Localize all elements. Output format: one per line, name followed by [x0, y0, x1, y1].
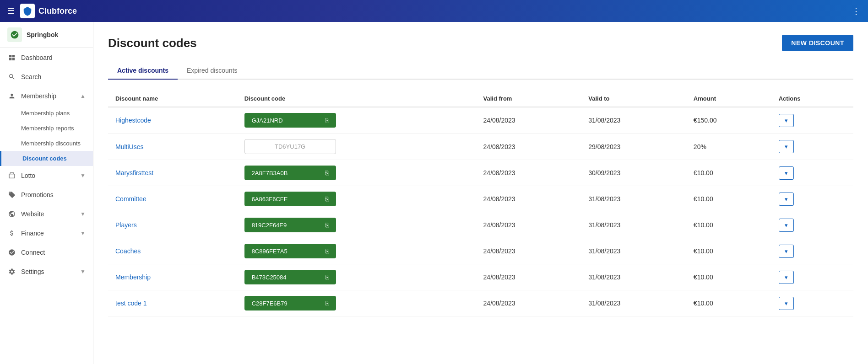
gear-icon: [7, 267, 16, 276]
sidebar-item-search[interactable]: Search: [0, 67, 93, 86]
code-badge: 8C896FE7A5⎘: [244, 244, 336, 258]
discount-name-link[interactable]: Players: [115, 221, 137, 229]
sidebar-item-settings[interactable]: Settings ▼: [0, 262, 93, 281]
org-name: Springbok: [27, 31, 58, 38]
copy-icon[interactable]: ⎘: [325, 273, 329, 281]
sidebar-item-promotions-label: Promotions: [21, 191, 54, 198]
col-discount-code: Discount code: [237, 91, 476, 107]
discount-name-link[interactable]: test code 1: [115, 300, 147, 307]
tab-expired-discounts[interactable]: Expired discounts: [178, 62, 247, 80]
sidebar-item-promotions[interactable]: Promotions: [0, 185, 93, 204]
row-action-button[interactable]: ▾: [779, 193, 794, 206]
code-badge: B473C25084⎘: [244, 270, 336, 284]
amount: €10.00: [686, 160, 771, 186]
sidebar-sub-membership-plans[interactable]: Membership plans: [0, 106, 93, 121]
more-options-icon[interactable]: ⋮: [852, 5, 861, 16]
page-header: Discount codes NEW DISCOUNT: [108, 35, 853, 51]
copy-icon[interactable]: ⎘: [325, 221, 329, 229]
valid-from: 24/08/2023: [476, 134, 581, 160]
valid-to: 31/08/2023: [581, 186, 686, 212]
globe-icon: [7, 209, 16, 219]
table-row: Marysfirsttest2A8F7B3A0B⎘24/08/202330/09…: [108, 160, 853, 186]
person-icon: [7, 91, 16, 101]
copy-icon[interactable]: ⎘: [325, 169, 329, 177]
page-title: Discount codes: [108, 36, 197, 50]
sidebar-item-connect-label: Connect: [21, 249, 45, 256]
main-content: Discount codes NEW DISCOUNT Active disco…: [93, 22, 868, 364]
search-icon: [7, 72, 16, 81]
table-body: HighestcodeGJA21NRD⎘24/08/202331/08/2023…: [108, 107, 853, 316]
table-row: test code 1C28F7E6B79⎘24/08/202331/08/20…: [108, 290, 853, 316]
sidebar-item-connect[interactable]: Connect: [0, 243, 93, 262]
discount-name-link[interactable]: MultiUses: [115, 143, 143, 150]
valid-from: 24/08/2023: [476, 264, 581, 290]
code-badge: GJA21NRD⎘: [244, 113, 336, 128]
valid-to: 31/08/2023: [581, 238, 686, 264]
table-row: Committee6A863F6CFE⎘24/08/202331/08/2023…: [108, 186, 853, 212]
code-badge: 6A863F6CFE⎘: [244, 192, 336, 206]
sidebar-sub-membership-reports[interactable]: Membership reports: [0, 121, 93, 136]
sidebar-item-membership[interactable]: Membership ▲: [0, 86, 93, 106]
discount-table: Discount name Discount code Valid from V…: [108, 91, 853, 316]
tab-bar: Active discounts Expired discounts: [108, 62, 853, 80]
valid-to: 31/08/2023: [581, 212, 686, 238]
valid-to: 30/09/2023: [581, 160, 686, 186]
sidebar-sub-membership-discounts-label: Membership discounts: [21, 140, 81, 147]
code-text: GJA21NRD: [252, 117, 283, 124]
copy-icon[interactable]: ⎘: [325, 300, 329, 307]
sidebar-item-dashboard[interactable]: Dashboard: [0, 48, 93, 67]
copy-icon[interactable]: ⎘: [325, 247, 329, 255]
sidebar: Springbok Dashboard Search Membership ▲ …: [0, 22, 93, 364]
new-discount-button[interactable]: NEW DISCOUNT: [782, 35, 853, 51]
sidebar-item-finance[interactable]: Finance ▼: [0, 224, 93, 243]
discount-name-link[interactable]: Coaches: [115, 247, 141, 255]
row-action-button[interactable]: ▾: [779, 297, 794, 310]
code-text: 819C2F64E9: [252, 222, 287, 229]
sidebar-item-settings-label: Settings: [21, 268, 44, 275]
row-action-button[interactable]: ▾: [779, 140, 794, 153]
sidebar-sub-membership-discounts[interactable]: Membership discounts: [0, 136, 93, 151]
top-navigation: ☰ Clubforce ⋮: [0, 0, 868, 22]
hamburger-icon[interactable]: ☰: [7, 6, 15, 16]
brand-name: Clubforce: [38, 6, 77, 16]
row-action-button[interactable]: ▾: [779, 271, 794, 284]
table-header: Discount name Discount code Valid from V…: [108, 91, 853, 107]
table-row: Coaches8C896FE7A5⎘24/08/202331/08/2023€1…: [108, 238, 853, 264]
row-action-button[interactable]: ▾: [779, 114, 794, 127]
code-badge-empty: TD6YU17G: [244, 139, 336, 154]
discount-name-link[interactable]: Highestcode: [115, 117, 151, 124]
discount-name-link[interactable]: Committee: [115, 195, 146, 203]
valid-from: 24/08/2023: [476, 186, 581, 212]
chevron-up-icon: ▲: [80, 93, 86, 99]
table-row: MembershipB473C25084⎘24/08/202331/08/202…: [108, 264, 853, 290]
col-actions: Actions: [771, 91, 853, 107]
col-amount: Amount: [686, 91, 771, 107]
sidebar-item-lotto[interactable]: Lotto ▼: [0, 166, 93, 185]
valid-to: 31/08/2023: [581, 107, 686, 134]
copy-icon[interactable]: ⎘: [325, 117, 329, 124]
valid-from: 24/08/2023: [476, 160, 581, 186]
table-row: Players819C2F64E9⎘24/08/202331/08/2023€1…: [108, 212, 853, 238]
amount: €10.00: [686, 186, 771, 212]
col-valid-from: Valid from: [476, 91, 581, 107]
row-action-button[interactable]: ▾: [779, 166, 794, 180]
col-valid-to: Valid to: [581, 91, 686, 107]
row-action-button[interactable]: ▾: [779, 219, 794, 232]
tab-active-discounts[interactable]: Active discounts: [108, 62, 178, 80]
connect-icon: [7, 248, 16, 257]
row-action-button[interactable]: ▾: [779, 245, 794, 258]
main-layout: Springbok Dashboard Search Membership ▲ …: [0, 22, 868, 364]
sidebar-item-membership-label: Membership: [21, 92, 56, 100]
discount-name-link[interactable]: Membership: [115, 273, 151, 281]
amount: €10.00: [686, 238, 771, 264]
valid-from: 24/08/2023: [476, 290, 581, 316]
valid-to: 29/08/2023: [581, 134, 686, 160]
code-text: 8C896FE7A5: [252, 248, 288, 255]
ticket-icon: [7, 171, 16, 180]
sidebar-item-website[interactable]: Website ▼: [0, 204, 93, 224]
copy-icon[interactable]: ⎘: [325, 195, 329, 203]
discount-name-link[interactable]: Marysfirsttest: [115, 169, 153, 177]
sidebar-sub-membership-reports-label: Membership reports: [21, 125, 74, 132]
sidebar-sub-discount-codes[interactable]: Discount codes: [0, 151, 93, 166]
col-discount-name: Discount name: [108, 91, 237, 107]
